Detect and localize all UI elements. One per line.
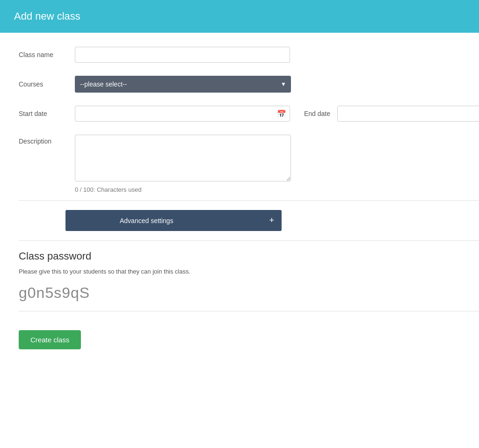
class-password-section: Class password Please give this to your … [19, 250, 479, 302]
start-date-label: Start date [19, 110, 75, 117]
courses-label: Courses [19, 80, 75, 88]
start-date-field: Start date 14 Mar 2016 📅 [19, 106, 290, 122]
start-date-input[interactable]: 14 Mar 2016 [75, 106, 290, 122]
page-header: Add new class [0, 0, 479, 33]
date-group: Start date 14 Mar 2016 📅 End date 13 Sep… [19, 106, 479, 122]
advanced-expand-icon: + [269, 216, 274, 225]
create-class-button[interactable]: Create class [19, 330, 81, 349]
char-count: 0 / 100: Characters used [75, 186, 479, 193]
section-divider-2 [19, 311, 479, 311]
page-title: Add new class [14, 10, 80, 22]
section-divider [19, 240, 479, 241]
advanced-settings-label: Advanced settings [120, 217, 173, 224]
advanced-settings-row: Advanced settings + [19, 210, 479, 231]
main-content: Add new class Class name Courses --pleas… [0, 0, 479, 448]
start-date-wrapper: 14 Mar 2016 📅 [75, 106, 290, 122]
description-group: Description [19, 135, 479, 181]
courses-select-wrapper: --please select-- ▼ [75, 76, 291, 93]
class-name-group: Class name [19, 47, 479, 63]
description-label: Description [19, 135, 75, 145]
end-date-wrapper: 13 Sep 2016 📅 [337, 106, 479, 122]
advanced-settings-toggle[interactable]: Advanced settings + [65, 210, 282, 231]
description-textarea[interactable] [75, 135, 291, 181]
class-name-input[interactable] [75, 47, 290, 63]
end-date-section: End date 13 Sep 2016 📅 [304, 106, 479, 122]
end-date-input[interactable]: 13 Sep 2016 [337, 106, 479, 122]
class-password-value: g0n5s9qS [19, 284, 479, 302]
courses-select[interactable]: --please select-- [75, 76, 291, 93]
courses-group: Courses --please select-- ▼ [19, 76, 479, 93]
divider-1 [19, 200, 479, 201]
class-name-label: Class name [19, 51, 75, 58]
end-date-label: End date [304, 110, 330, 117]
class-password-title: Class password [19, 250, 479, 262]
class-password-description: Please give this to your students so tha… [19, 268, 479, 275]
content-area: Class name Courses --please select-- ▼ S… [0, 33, 479, 448]
